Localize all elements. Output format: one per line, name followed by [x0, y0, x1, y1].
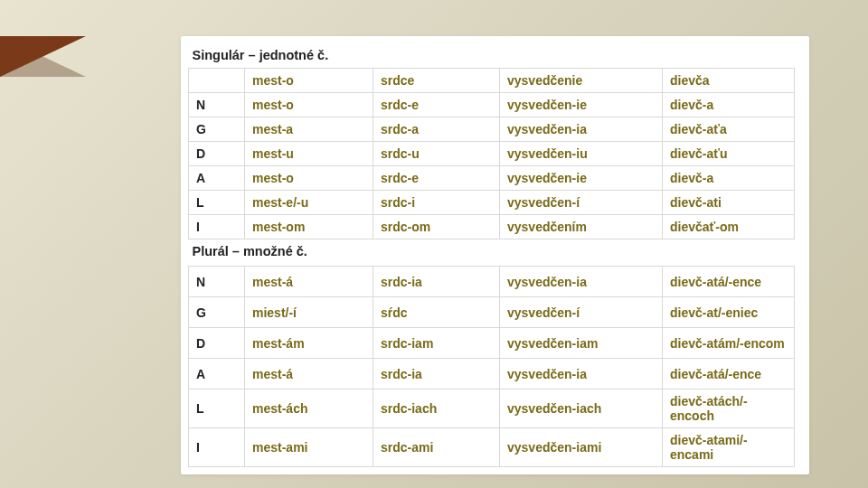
cell: dievč-atám/-encom — [663, 328, 795, 359]
case-label: D — [189, 141, 245, 165]
table-row: N mest-o srdc-e vysvedčen-ie dievč-a — [189, 92, 795, 117]
cell: dievč-atá/-ence — [663, 267, 795, 297]
cell: vysvedčen-iach — [500, 389, 663, 428]
case-label: G — [189, 297, 245, 328]
cell: miest/-í — [245, 297, 373, 328]
cell: mest-a — [245, 117, 373, 141]
case-label: L — [189, 190, 245, 214]
cell: vysvedčen-ia — [500, 267, 663, 297]
cell: sŕdc — [373, 297, 500, 328]
table-row: A mest-á srdc-ia vysvedčen-ia dievč-atá/… — [189, 359, 795, 389]
case-label: N — [189, 267, 245, 297]
cell: vysvedčením — [500, 214, 663, 239]
cell: dievč-at/-eniec — [663, 297, 795, 328]
cell: srdc-ia — [373, 359, 500, 389]
cell: mest-á — [245, 267, 373, 297]
cell: dievč-ati — [663, 190, 795, 214]
header-dievca: dievča — [663, 68, 795, 92]
case-label: G — [189, 117, 245, 141]
table-row: A mest-o srdc-e vysvedčen-ie dievč-a — [189, 165, 795, 190]
cell: vysvedčen-ia — [500, 117, 663, 141]
singular-table: Singulár – jednotné č. mest-o srdce vysv… — [188, 43, 795, 263]
cell: mest-ách — [245, 389, 373, 428]
table-row: D mest-ám srdc-iam vysvedčen-iam dievč-a… — [189, 328, 795, 359]
table-row: I mest-om srdc-om vysvedčením dievčať-om — [189, 214, 795, 239]
header-mesto: mest-o — [245, 68, 373, 92]
declension-card: Singulár – jednotné č. mest-o srdce vysv… — [181, 36, 809, 474]
cell: dievč-atá/-ence — [663, 359, 795, 389]
cell: mest-e/-u — [245, 190, 373, 214]
case-label: D — [189, 328, 245, 359]
cell: vysvedčen-í — [500, 190, 663, 214]
header-empty — [189, 68, 245, 92]
cell: srdc-iam — [373, 328, 500, 359]
case-label: L — [189, 389, 245, 428]
cell: mest-á — [245, 359, 373, 389]
cell: dievč-a — [663, 165, 795, 190]
cell: dievč-atami/-encami — [663, 428, 795, 467]
table-row: G mest-a srdc-a vysvedčen-ia dievč-aťa — [189, 117, 795, 141]
cell: dievč-aťu — [663, 141, 795, 165]
case-label: A — [189, 359, 245, 389]
table-row: G miest/-í sŕdc vysvedčen-í dievč-at/-en… — [189, 297, 795, 328]
table-row: D mest-u srdc-u vysvedčen-iu dievč-aťu — [189, 141, 795, 165]
cell: vysvedčen-iam — [500, 328, 663, 359]
table-row: I mest-ami srdc-ami vysvedčen-iami dievč… — [189, 428, 795, 467]
case-label: I — [189, 428, 245, 467]
cell: vysvedčen-ia — [500, 359, 663, 389]
accent-shape — [0, 36, 86, 77]
cell: srdc-e — [373, 165, 500, 190]
cell: srdc-ami — [373, 428, 500, 467]
table-row: N mest-á srdc-ia vysvedčen-ia dievč-atá/… — [189, 267, 795, 297]
cell: mest-ami — [245, 428, 373, 467]
cell: vysvedčen-ie — [500, 92, 663, 117]
cell: vysvedčen-iami — [500, 428, 663, 467]
plural-title: Plurál – množné č. — [189, 239, 795, 263]
singular-header-row: mest-o srdce vysvedčenie dievča — [189, 68, 795, 92]
cell: mest-om — [245, 214, 373, 239]
cell: vysvedčen-ie — [500, 165, 663, 190]
cell: dievč-atách/-encoch — [663, 389, 795, 428]
cell: srdc-i — [373, 190, 500, 214]
cell: dievč-a — [663, 92, 795, 117]
cell: mest-o — [245, 165, 373, 190]
singular-title: Singulár – jednotné č. — [189, 43, 795, 68]
case-label: N — [189, 92, 245, 117]
plural-table: N mest-á srdc-ia vysvedčen-ia dievč-atá/… — [188, 266, 795, 467]
cell: srdc-ia — [373, 267, 500, 297]
cell: srdc-e — [373, 92, 500, 117]
header-vysvedcenie: vysvedčenie — [500, 68, 663, 92]
header-srdce: srdce — [373, 68, 500, 92]
table-row: L mest-ách srdc-iach vysvedčen-iach diev… — [189, 389, 795, 428]
cell: dievč-aťa — [663, 117, 795, 141]
cell: dievčať-om — [663, 214, 795, 239]
case-label: A — [189, 165, 245, 190]
cell: srdc-om — [373, 214, 500, 239]
cell: mest-o — [245, 92, 373, 117]
cell: vysvedčen-í — [500, 297, 663, 328]
cell: srdc-u — [373, 141, 500, 165]
cell: mest-u — [245, 141, 373, 165]
case-label: I — [189, 214, 245, 239]
cell: srdc-iach — [373, 389, 500, 428]
cell: vysvedčen-iu — [500, 141, 663, 165]
cell: srdc-a — [373, 117, 500, 141]
cell: mest-ám — [245, 328, 373, 359]
table-row: L mest-e/-u srdc-i vysvedčen-í dievč-ati — [189, 190, 795, 214]
